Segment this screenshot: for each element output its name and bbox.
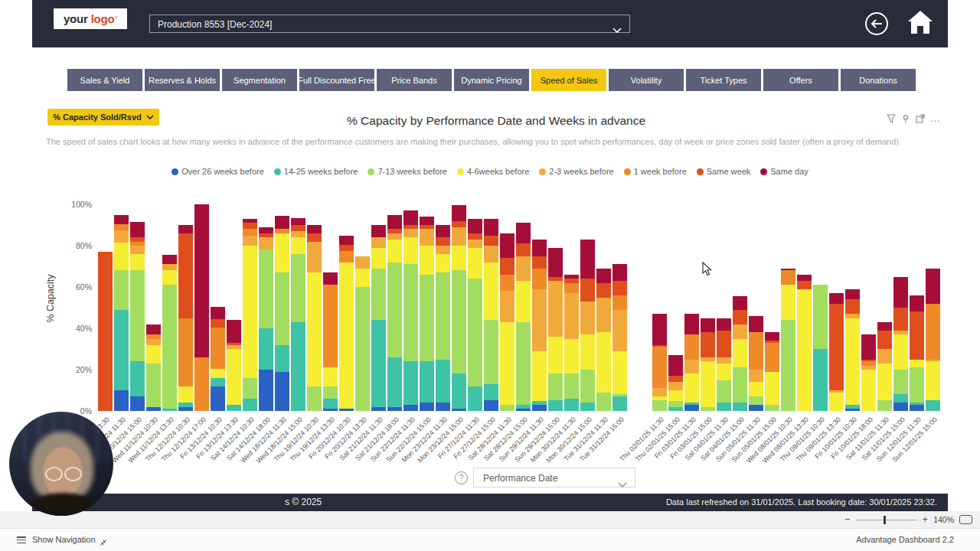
- bar[interactable]: [420, 217, 434, 411]
- bar[interactable]: [403, 210, 418, 411]
- bar[interactable]: [500, 233, 514, 411]
- tab-full-discounted-free[interactable]: Full Discounted Free: [299, 69, 374, 91]
- popout-icon[interactable]: [916, 114, 925, 123]
- bar[interactable]: [468, 219, 482, 411]
- bar[interactable]: [291, 218, 305, 411]
- bar[interactable]: [612, 264, 627, 411]
- bar[interactable]: [114, 215, 129, 412]
- legend-item[interactable]: 2-3 weeks before: [539, 167, 613, 176]
- bar[interactable]: [596, 269, 611, 411]
- tab-offers[interactable]: Offers: [763, 69, 838, 91]
- bar[interactable]: [701, 318, 715, 412]
- show-navigation-button[interactable]: Show Navigation: [32, 535, 96, 544]
- tab-price-bands[interactable]: Price Bands: [377, 69, 452, 91]
- bar-segment: [178, 407, 193, 411]
- bar[interactable]: [926, 269, 940, 411]
- y-axis-tick: 100%: [64, 200, 92, 209]
- tab-sales-yield[interactable]: Sales & Yield: [67, 69, 142, 91]
- zoom-out-button[interactable]: −: [844, 516, 851, 523]
- bar[interactable]: [877, 322, 892, 411]
- bar[interactable]: [436, 225, 450, 411]
- bar[interactable]: [580, 240, 595, 411]
- bar[interactable]: [910, 295, 924, 411]
- filter-icon[interactable]: [887, 114, 896, 123]
- bar[interactable]: [387, 215, 402, 412]
- legend-item[interactable]: 4-6weeks before: [457, 167, 529, 176]
- bar[interactable]: [845, 289, 860, 411]
- bar[interactable]: [564, 275, 579, 411]
- y-axis-tick: 20%: [64, 365, 92, 374]
- bar-segment: [194, 204, 209, 357]
- bar[interactable]: [146, 324, 161, 411]
- bar[interactable]: [733, 296, 747, 411]
- tab-speed-of-sales[interactable]: Speed of Sales: [531, 69, 606, 91]
- legend-item[interactable]: Same week: [697, 167, 750, 176]
- bar[interactable]: [355, 256, 370, 412]
- bar-segment: [259, 249, 273, 328]
- pin-icon[interactable]: [901, 114, 910, 123]
- bar[interactable]: [178, 225, 193, 411]
- bar[interactable]: [130, 222, 145, 411]
- bar[interactable]: [452, 205, 466, 411]
- bar[interactable]: [275, 216, 289, 411]
- home-button[interactable]: [906, 9, 934, 38]
- collapse-icon[interactable]: [100, 536, 107, 549]
- bar[interactable]: [243, 219, 257, 411]
- bar[interactable]: [765, 332, 779, 411]
- bar[interactable]: [829, 293, 844, 411]
- bar[interactable]: [194, 204, 209, 411]
- bar[interactable]: [211, 307, 225, 411]
- tab-dynamic-pricing[interactable]: Dynamic Pricing: [454, 69, 529, 91]
- legend-item[interactable]: 7-13 weeks before: [368, 167, 447, 176]
- bar[interactable]: [861, 334, 876, 411]
- tab-reserves-holds[interactable]: Reserves & Holds: [145, 69, 220, 91]
- legend-item[interactable]: 1 week before: [624, 167, 687, 176]
- tab-volatility[interactable]: Volatility: [609, 69, 684, 91]
- bar[interactable]: [307, 225, 322, 411]
- legend-swatch-icon: [539, 168, 546, 175]
- bar-segment: [130, 270, 145, 361]
- bar[interactable]: [323, 272, 338, 411]
- legend-item[interactable]: Over 26 weeks before: [172, 167, 264, 176]
- bar[interactable]: [893, 277, 908, 412]
- zoom-slider[interactable]: [856, 520, 917, 520]
- production-dropdown[interactable]: Production 8553 [Dec-2024]: [149, 15, 630, 33]
- legend-item[interactable]: 14-25 weeks before: [274, 167, 358, 176]
- bar[interactable]: [98, 252, 113, 411]
- more-options-icon[interactable]: …: [930, 116, 940, 121]
- bar[interactable]: [484, 219, 498, 411]
- bar[interactable]: [532, 240, 547, 411]
- bar[interactable]: [259, 227, 273, 411]
- bar[interactable]: [652, 314, 667, 411]
- bar-segment: [484, 384, 498, 401]
- bar-segment: [323, 272, 338, 285]
- bar[interactable]: [781, 269, 795, 411]
- bar[interactable]: [684, 314, 699, 411]
- bar[interactable]: [227, 320, 241, 411]
- bar[interactable]: [371, 225, 386, 411]
- bar[interactable]: [717, 318, 731, 412]
- zoom-in-button[interactable]: +: [923, 516, 929, 523]
- bar[interactable]: [797, 275, 812, 411]
- bar[interactable]: [516, 223, 531, 411]
- tab-ticket-types[interactable]: Ticket Types: [686, 69, 761, 91]
- tab-segmentation[interactable]: Segmentation: [222, 69, 297, 91]
- bar[interactable]: [162, 255, 177, 411]
- bar-segment: [452, 246, 466, 270]
- bar-segment: [580, 334, 595, 370]
- tab-donations[interactable]: Donations: [841, 69, 916, 91]
- hamburger-menu-icon[interactable]: [17, 536, 26, 543]
- measure-selector-button[interactable]: % Capacity Sold/Rsvd: [47, 109, 159, 126]
- bar[interactable]: [339, 236, 354, 412]
- performance-date-dropdown[interactable]: Performance Date: [473, 468, 635, 487]
- fit-to-page-icon[interactable]: [959, 515, 972, 524]
- bar-segment: [877, 349, 892, 364]
- back-button[interactable]: [865, 12, 888, 35]
- zoom-slider-handle[interactable]: [884, 516, 886, 524]
- bar[interactable]: [813, 285, 828, 411]
- bar[interactable]: [668, 355, 683, 411]
- bar[interactable]: [548, 248, 563, 411]
- legend-item[interactable]: Same day: [760, 167, 808, 176]
- bar[interactable]: [749, 316, 763, 411]
- help-icon[interactable]: ?: [455, 471, 468, 484]
